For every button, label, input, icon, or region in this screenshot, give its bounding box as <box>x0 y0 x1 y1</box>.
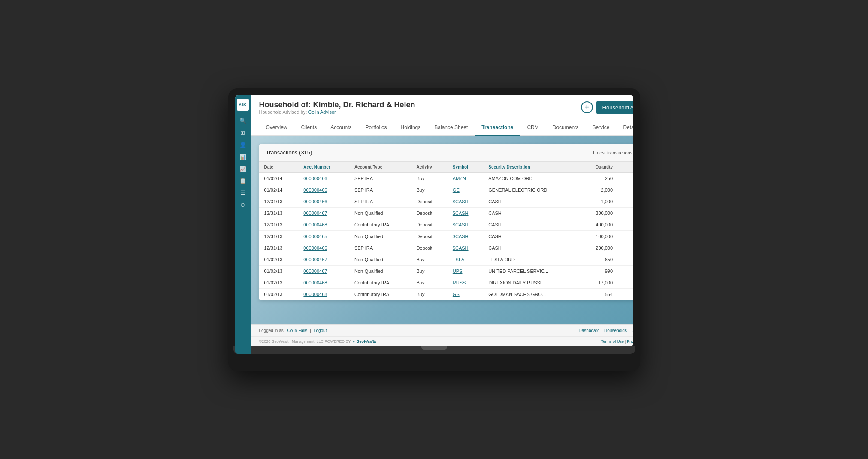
cell-acct-number[interactable]: 000000467 <box>298 265 349 277</box>
cell-symbol[interactable]: GS <box>448 288 483 300</box>
cell-security-desc: GENERAL ELECTRIC ORD <box>483 184 580 196</box>
households-link[interactable]: Households <box>604 328 627 333</box>
transactions-title: Transactions (315) <box>266 149 312 156</box>
dashboard-icon[interactable]: ⊞ <box>238 128 248 138</box>
transactions-table-wrapper[interactable]: Date Acct Number Account Type Activity S… <box>259 162 633 300</box>
header-left: Household of: Kimble, Dr. Richard & Hele… <box>259 100 415 115</box>
logout-link[interactable]: Logout <box>314 328 327 333</box>
cell-account-type: Non-Qualified <box>349 254 411 265</box>
col-symbol[interactable]: Symbol <box>448 162 483 173</box>
list-icon[interactable]: ☰ <box>238 188 248 198</box>
tab-details-activity[interactable]: Details & Activity <box>616 120 633 136</box>
cell-symbol[interactable]: GE <box>448 184 483 196</box>
table-row: 12/31/13 000000466 SEP IRA Deposit $CASH… <box>259 196 633 207</box>
header-actions: + Household Actions ▼ <box>581 101 633 114</box>
cell-security-desc: TESLA ORD <box>483 254 580 265</box>
cell-date: 12/31/13 <box>259 219 299 230</box>
cell-market-value: $55,000.00 <box>618 184 633 196</box>
content-area: Transactions (315) Latest transactions f… <box>251 136 633 324</box>
privacy-policy-link[interactable]: Privacy Policy <box>627 339 633 344</box>
search-icon[interactable]: 🔍 <box>238 116 248 126</box>
cell-symbol[interactable]: $CASH <box>448 242 483 254</box>
advisor-link[interactable]: Colin Advisor <box>308 109 336 115</box>
transactions-table: Date Acct Number Account Type Activity S… <box>259 162 633 300</box>
cell-symbol[interactable]: $CASH <box>448 196 483 207</box>
cell-symbol[interactable]: AMZN <box>448 172 483 184</box>
terms-of-use-link[interactable]: Terms of Use <box>601 339 624 344</box>
cell-activity: Buy <box>411 172 448 184</box>
cell-market-value: $204,000.00 <box>618 277 633 288</box>
cell-activity: Deposit <box>411 207 448 219</box>
cell-symbol[interactable]: TSLA <box>448 254 483 265</box>
cell-acct-number[interactable]: 000000467 <box>298 207 349 219</box>
logged-in-label: Logged in as: <box>259 328 285 333</box>
tab-accounts[interactable]: Accounts <box>324 120 358 136</box>
chart-icon[interactable]: 📈 <box>238 164 248 174</box>
cell-symbol[interactable]: $CASH <box>448 230 483 242</box>
cell-activity: Buy <box>411 184 448 196</box>
reports-icon[interactable]: 📋 <box>238 176 248 186</box>
user-name-link[interactable]: Colin Falls <box>287 328 308 333</box>
cell-symbol[interactable]: $CASH <box>448 219 483 230</box>
cell-date: 01/02/13 <box>259 288 299 300</box>
tab-crm[interactable]: CRM <box>520 120 545 136</box>
cell-date: 01/02/13 <box>259 265 299 277</box>
page-header: Household of: Kimble, Dr. Richard & Hele… <box>251 95 633 120</box>
tab-balance-sheet[interactable]: Balance Sheet <box>427 120 475 136</box>
cell-acct-number[interactable]: 000000466 <box>298 196 349 207</box>
brand-footer: ©2020 GeoWealth Management, LLC POWERED … <box>251 336 633 346</box>
cell-quantity: 200,000 <box>580 242 618 254</box>
cell-symbol[interactable]: UPS <box>448 265 483 277</box>
tab-documents[interactable]: Documents <box>546 120 586 136</box>
tab-clients[interactable]: Clients <box>294 120 324 136</box>
footer-right: Dashboard | Households | Clients | Prosp… <box>579 328 633 333</box>
cell-symbol[interactable]: RUSS <box>448 277 483 288</box>
add-button[interactable]: + <box>581 101 593 113</box>
cell-market-value: $100,000.00 <box>618 230 633 242</box>
cell-acct-number[interactable]: 000000466 <box>298 242 349 254</box>
cell-account-type: Contributory IRA <box>349 277 411 288</box>
col-quantity[interactable]: Quantity <box>580 162 618 173</box>
cell-acct-number[interactable]: 000000468 <box>298 288 349 300</box>
brand-copyright: ©2020 GeoWealth Management, LLC POWERED … <box>259 339 377 344</box>
col-acct-number[interactable]: Acct Number <box>298 162 349 173</box>
cell-account-type: SEP IRA <box>349 184 411 196</box>
col-account-type[interactable]: Account Type <box>349 162 411 173</box>
col-market-value[interactable]: Market Value <box>618 162 633 173</box>
cell-quantity: 990 <box>580 265 618 277</box>
dashboard-link[interactable]: Dashboard <box>579 328 600 333</box>
cell-acct-number[interactable]: 000000466 <box>298 184 349 196</box>
col-date[interactable]: Date <box>259 162 299 173</box>
cell-acct-number[interactable]: 000000468 <box>298 277 349 288</box>
nav-tabs: Overview Clients Accounts Portfolios Hol… <box>251 120 633 136</box>
household-actions-group: Household Actions ▼ <box>596 101 633 114</box>
cell-account-type: Non-Qualified <box>349 207 411 219</box>
tab-overview[interactable]: Overview <box>259 120 294 136</box>
brand-name: ✦ <box>352 339 357 344</box>
tab-service[interactable]: Service <box>585 120 616 136</box>
cell-acct-number[interactable]: 000000466 <box>298 172 349 184</box>
cell-quantity: 17,000 <box>580 277 618 288</box>
cell-date: 12/31/13 <box>259 242 299 254</box>
table-header-row: Date Acct Number Account Type Activity S… <box>259 162 633 173</box>
col-security-desc[interactable]: Security Description <box>483 162 580 173</box>
clients-icon[interactable]: 👤 <box>238 140 248 150</box>
analytics-icon[interactable]: 📊 <box>238 152 248 162</box>
household-actions-button[interactable]: Household Actions <box>596 101 633 114</box>
col-activity[interactable]: Activity <box>411 162 448 173</box>
footer-left: Logged in as: Colin Falls | Logout <box>259 328 327 333</box>
cell-acct-number[interactable]: 000000467 <box>298 254 349 265</box>
table-row: 01/02/13 000000467 Non-Qualified Buy TSL… <box>259 254 633 265</box>
tab-portfolios[interactable]: Portfolios <box>359 120 394 136</box>
cell-account-type: Non-Qualified <box>349 230 411 242</box>
cell-date: 01/02/14 <box>259 184 299 196</box>
cell-quantity: 564 <box>580 288 618 300</box>
transactions-panel-header: Transactions (315) Latest transactions f… <box>259 144 633 162</box>
cell-symbol[interactable]: $CASH <box>448 207 483 219</box>
profile-icon[interactable]: ⊙ <box>238 200 248 210</box>
tab-transactions[interactable]: Transactions <box>475 120 520 136</box>
cell-acct-number[interactable]: 000000468 <box>298 219 349 230</box>
cell-acct-number[interactable]: 000000465 <box>298 230 349 242</box>
tab-holdings[interactable]: Holdings <box>394 120 428 136</box>
clients-footer-link[interactable]: Clients <box>631 328 633 333</box>
